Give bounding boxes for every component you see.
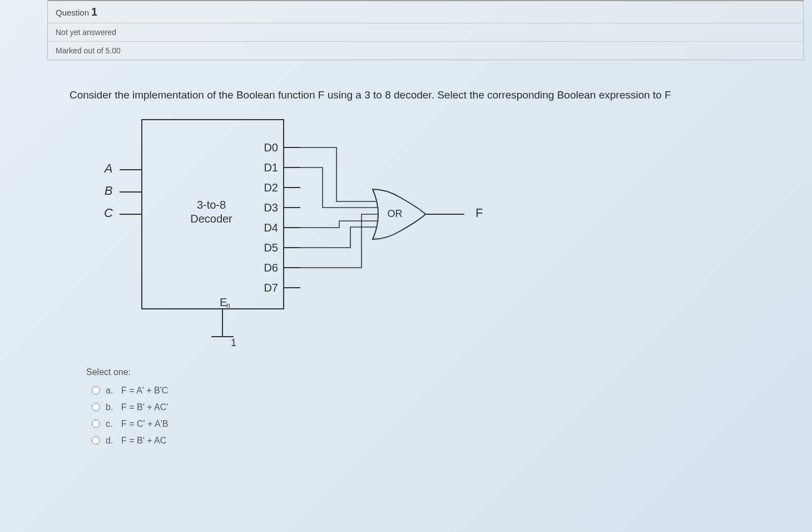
- answer-option-a[interactable]: a. F = A' + B'C: [92, 386, 781, 396]
- answer-expr: F = B' + AC: [121, 436, 166, 446]
- output-d3: D3: [264, 201, 278, 214]
- input-a: A: [103, 161, 113, 175]
- radio-b[interactable]: [92, 403, 100, 411]
- question-card: Question 1 Not yet answered Marked out o…: [47, 0, 804, 464]
- question-body: Consider the implementation of the Boole…: [47, 60, 804, 464]
- output-f: F: [476, 206, 483, 220]
- select-one-label: Select one:: [86, 367, 781, 377]
- answer-option-c[interactable]: c. F = C' + A'B: [92, 419, 781, 429]
- question-number: 1: [91, 6, 97, 18]
- enable-value: 1: [231, 337, 236, 348]
- question-prompt: Consider the implementation of the Boole…: [70, 88, 781, 103]
- answer-letter: c.: [106, 419, 116, 429]
- radio-d[interactable]: [92, 436, 100, 445]
- input-c: C: [104, 206, 113, 220]
- answer-letter: a.: [106, 386, 116, 396]
- decoder-label-2: Decoder: [190, 213, 232, 225]
- answer-option-d[interactable]: d. F = B' + AC: [92, 436, 781, 446]
- question-label: Question: [56, 8, 89, 17]
- answer-letter: b.: [106, 402, 116, 412]
- answer-letter: d.: [106, 436, 116, 446]
- output-d2: D2: [264, 181, 278, 194]
- radio-c[interactable]: [92, 420, 100, 428]
- input-b: B: [105, 184, 113, 198]
- answer-option-b[interactable]: b. F = B' + AC': [92, 402, 781, 412]
- decoder-label-1: 3-to-8: [197, 199, 226, 211]
- circuit-diagram: 3-to-8 Decoder A B C D0 D1 D2 D3 D4 D5: [86, 117, 509, 356]
- question-title-row: Question 1: [48, 1, 803, 23]
- output-d6: D6: [264, 262, 278, 274]
- question-header: Question 1 Not yet answered Marked out o…: [47, 0, 804, 60]
- answer-expr: F = B' + AC': [121, 402, 168, 412]
- or-gate-label: OR: [388, 208, 403, 219]
- answer-expr: F = A' + B'C: [121, 386, 168, 396]
- answer-expr: F = C' + A'B: [121, 419, 168, 429]
- output-d0: D0: [264, 141, 278, 154]
- answers-list: a. F = A' + B'C b. F = B' + AC' c. F = C…: [92, 386, 781, 446]
- question-marks: Marked out of 5.00: [48, 42, 803, 60]
- output-d1: D1: [264, 161, 278, 174]
- enable-sub: n: [226, 302, 230, 309]
- output-d7: D7: [264, 282, 278, 294]
- output-d5: D5: [264, 242, 278, 254]
- radio-a[interactable]: [92, 386, 100, 395]
- output-d4: D4: [264, 221, 278, 234]
- question-status: Not yet answered: [48, 23, 803, 42]
